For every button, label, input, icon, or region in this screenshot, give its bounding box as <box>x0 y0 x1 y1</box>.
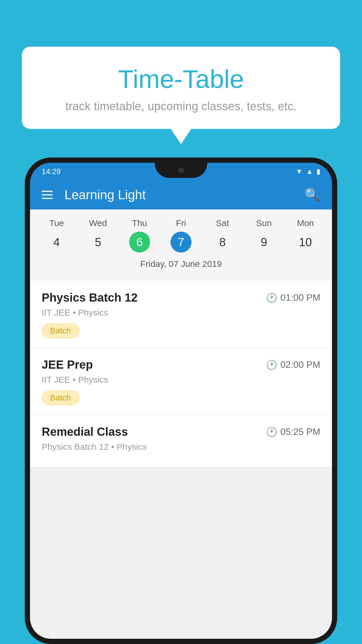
hamburger-icon[interactable] <box>42 191 53 199</box>
status-bar: 14:29 ▼ ▲ ▮ <box>30 163 332 180</box>
day-cell-sun[interactable]: Sun9 <box>243 218 284 253</box>
clock-icon: 🕐 <box>266 292 277 303</box>
day-number: 5 <box>87 232 108 253</box>
days-row: Tue4Wed5Thu6Fri7Sat8Sun9Mon10 <box>30 215 332 256</box>
phone-outer: 14:29 ▼ ▲ ▮ Learning Light 🔍 <box>25 158 337 644</box>
camera <box>178 167 184 173</box>
hamburger-line-2 <box>42 194 53 195</box>
day-cell-sat[interactable]: Sat8 <box>202 218 243 253</box>
calendar-strip: Tue4Wed5Thu6Fri7Sat8Sun9Mon10 Friday, 07… <box>30 209 332 281</box>
event-header: Remedial Class🕐 05:25 PM <box>42 425 320 438</box>
event-header: Physics Batch 12🕐 01:00 PM <box>42 291 320 304</box>
batch-tag: Batch <box>42 391 80 405</box>
event-name: JEE Prep <box>42 358 93 371</box>
day-number: 4 <box>46 232 67 253</box>
status-icons: ▼ ▲ ▮ <box>296 167 320 176</box>
status-time: 14:29 <box>42 167 61 176</box>
event-meta: Physics Batch 12 • Physics <box>42 442 320 452</box>
phone-frame: 14:29 ▼ ▲ ▮ Learning Light 🔍 <box>25 158 337 644</box>
speech-bubble: Time-Table track timetable, upcoming cla… <box>22 47 340 129</box>
batch-tag: Batch <box>42 323 80 338</box>
hamburger-line-1 <box>42 191 53 192</box>
wifi-icon: ▼ <box>296 167 303 176</box>
notch <box>155 163 207 178</box>
search-button[interactable]: 🔍 <box>304 187 320 202</box>
clock-icon: 🕐 <box>266 426 277 438</box>
day-cell-mon[interactable]: Mon10 <box>285 218 326 253</box>
day-number: 6 <box>129 232 150 253</box>
day-cell-wed[interactable]: Wed5 <box>77 218 119 253</box>
day-name: Thu <box>132 218 147 228</box>
event-time: 🕐 01:00 PM <box>266 292 320 303</box>
event-meta: IIT JEE • Physics <box>42 375 320 385</box>
day-number: 9 <box>254 232 275 253</box>
event-card-1[interactable]: JEE Prep🕐 02:00 PMIIT JEE • PhysicsBatch <box>30 348 332 415</box>
day-name: Sun <box>256 218 272 228</box>
day-number: 10 <box>295 232 316 253</box>
clock-icon: 🕐 <box>266 359 277 370</box>
event-header: JEE Prep🕐 02:00 PM <box>42 358 320 371</box>
day-cell-thu[interactable]: Thu6 <box>119 218 160 253</box>
bubble-subtitle: track timetable, upcoming classes, tests… <box>39 100 323 113</box>
event-time: 🕐 05:25 PM <box>266 426 320 438</box>
battery-icon: ▮ <box>317 167 320 176</box>
hamburger-line-3 <box>42 198 53 199</box>
selected-date-label: Friday, 07 June 2019 <box>30 256 332 275</box>
day-name: Fri <box>176 218 186 228</box>
day-number: 7 <box>171 232 191 253</box>
event-card-2[interactable]: Remedial Class🕐 05:25 PMPhysics Batch 12… <box>30 415 332 467</box>
signal-icon: ▲ <box>306 167 313 176</box>
event-meta: IIT JEE • Physics <box>42 308 320 318</box>
day-name: Mon <box>297 218 314 228</box>
event-name: Physics Batch 12 <box>42 291 138 304</box>
app-title: Learning Light <box>61 188 296 202</box>
day-number: 8 <box>212 232 233 253</box>
event-name: Remedial Class <box>42 425 128 438</box>
day-cell-tue[interactable]: Tue4 <box>36 218 77 253</box>
day-name: Tue <box>49 218 64 228</box>
event-time: 🕐 02:00 PM <box>266 359 320 370</box>
day-cell-fri[interactable]: Fri7 <box>160 218 202 253</box>
phone-screen: 14:29 ▼ ▲ ▮ Learning Light 🔍 <box>30 163 332 639</box>
day-name: Wed <box>89 218 107 228</box>
bubble-title: Time-Table <box>39 64 323 94</box>
speech-bubble-container: Time-Table track timetable, upcoming cla… <box>22 47 340 129</box>
app-bar: Learning Light 🔍 <box>30 180 332 209</box>
event-card-0[interactable]: Physics Batch 12🕐 01:00 PMIIT JEE • Phys… <box>30 281 332 348</box>
content-area: Physics Batch 12🕐 01:00 PMIIT JEE • Phys… <box>30 281 332 639</box>
day-name: Sat <box>216 218 229 228</box>
